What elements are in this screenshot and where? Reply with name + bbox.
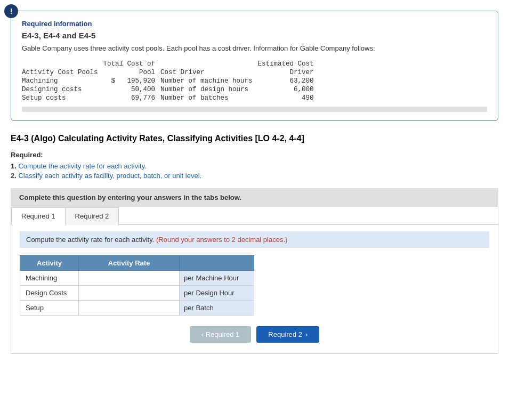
row2-driver: Number of design hours: [160, 85, 258, 94]
activity-label-design: Design Costs: [20, 286, 79, 301]
required-items: 1. Compute the activity rate for each ac…: [11, 162, 498, 180]
col-header-pool-val: Pool: [103, 68, 161, 77]
row3-cost: 69,776: [103, 94, 161, 102]
col-header-driver2: Cost Driver: [160, 68, 258, 77]
table-row: Machining $ 195,920 Number of machine ho…: [22, 77, 319, 85]
row1-cost: $ 195,920: [103, 77, 161, 85]
tab-required1[interactable]: Required 1: [11, 207, 66, 225]
scrollbar[interactable]: [22, 107, 487, 112]
unit-design: per Design Hour: [180, 286, 254, 301]
unit-setup: per Batch: [180, 301, 254, 316]
row1-driver: Number of machine hours: [160, 77, 258, 85]
prev-button[interactable]: ‹ Required 1: [190, 326, 252, 343]
activity-row-design: Design Costs per Design Hour: [20, 286, 254, 301]
section-heading: E4-3 (Algo) Calculating Activity Rates, …: [11, 134, 498, 143]
row3-pool: Setup costs: [22, 94, 103, 102]
info-box-heading: E4-3, E4-4 and E4-5: [22, 31, 487, 40]
table-row: Setup costs 69,776 Number of batches 490: [22, 94, 319, 102]
rate-input-design[interactable]: [84, 289, 174, 297]
row3-estimated: 490: [258, 94, 319, 102]
info-table: Total Cost of Estimated Cost Activity Co…: [22, 60, 319, 102]
info-box: ! Required information E4-3, E4-4 and E4…: [11, 11, 498, 121]
chevron-right-icon: ›: [305, 330, 308, 338]
col-header-totalcost: Total Cost of: [103, 60, 161, 68]
tab-instruction-suffix: (Round your answers to 2 decimal places.…: [156, 236, 287, 244]
col-header-activity: Activity: [20, 256, 79, 271]
tab-instruction-prefix: Compute the activity rate for each activ…: [26, 236, 154, 244]
instruction-bar: Complete this question by entering your …: [11, 188, 498, 207]
row1-pool: Machining: [22, 77, 103, 85]
activity-label-setup: Setup: [20, 301, 79, 316]
col-header-rate: Activity Rate: [79, 256, 180, 271]
req-num-1: 1.: [11, 162, 18, 170]
col-header-pool: [22, 60, 103, 68]
activity-row-setup: Setup per Batch: [20, 301, 254, 316]
activity-rate-machining[interactable]: [79, 271, 180, 286]
unit-machining: per Machine Hour: [180, 271, 254, 286]
req-text-2: Classify each activity as facility, prod…: [18, 172, 201, 180]
row3-driver: Number of batches: [160, 94, 258, 102]
info-box-title: Required information: [22, 20, 487, 28]
col-header-estimated: Estimated Cost: [258, 60, 319, 68]
tabs-header: Required 1 Required 2: [11, 207, 498, 225]
activity-row-machining: Machining per Machine Hour: [20, 271, 254, 286]
tab-instruction: Compute the activity rate for each activ…: [20, 231, 489, 248]
row2-pool: Designing costs: [22, 85, 103, 94]
row2-estimated: 6,000: [258, 85, 319, 94]
required-item-1: 1. Compute the activity rate for each ac…: [11, 162, 498, 170]
info-box-description: Gable Company uses three activity cost p…: [22, 44, 487, 52]
activity-label-machining: Machining: [20, 271, 79, 286]
col-header-driver-val: Driver: [258, 68, 319, 77]
required-label: Required:: [11, 151, 498, 159]
tab-content-required1: Compute the activity rate for each activ…: [11, 225, 498, 353]
tab-required2[interactable]: Required 2: [65, 207, 119, 225]
row1-estimated: 63,200: [258, 77, 319, 85]
col-header-pool2: Activity Cost Pools: [22, 68, 103, 77]
req-text-1: Compute the activity rate for each activ…: [18, 162, 146, 170]
nav-buttons: ‹ Required 1 Required 2 ›: [20, 326, 489, 343]
rate-input-machining[interactable]: [84, 274, 174, 282]
tabs-container: Required 1 Required 2 Compute the activi…: [11, 207, 498, 354]
req-num-2: 2.: [11, 172, 18, 180]
col-header-unit: [180, 256, 254, 271]
next-button[interactable]: Required 2 ›: [256, 326, 319, 343]
activity-table: Activity Activity Rate Machining per Mac…: [20, 255, 254, 316]
table-row: Designing costs 50,400 Number of design …: [22, 85, 319, 94]
activity-rate-design[interactable]: [79, 286, 180, 301]
col-header-driver: [160, 60, 258, 68]
row2-cost: 50,400: [103, 85, 161, 94]
rate-input-setup[interactable]: [84, 304, 174, 312]
info-icon: !: [4, 4, 18, 18]
required-item-2: 2. Classify each activity as facility, p…: [11, 172, 498, 180]
activity-rate-setup[interactable]: [79, 301, 180, 316]
